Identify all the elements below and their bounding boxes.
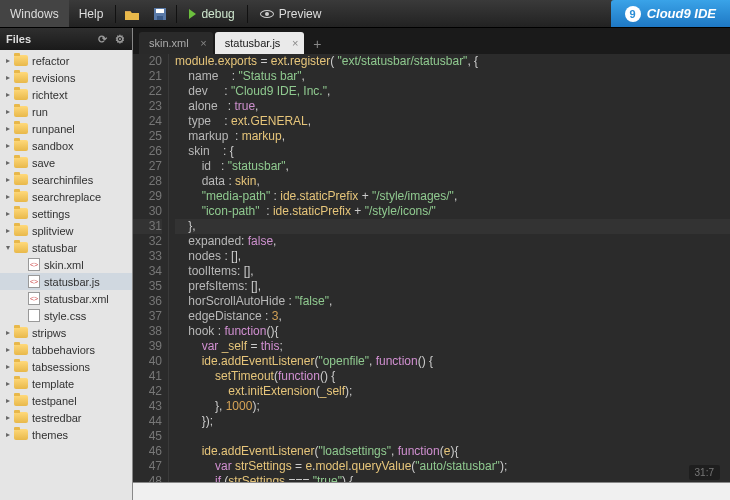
tree-arrow-icon <box>18 278 26 286</box>
tab-add-button[interactable]: + <box>306 34 328 54</box>
folder-icon <box>14 174 28 185</box>
tree-label: testpanel <box>32 395 77 407</box>
tree-arrow-icon: ▸ <box>4 414 12 422</box>
folder-tabsessions[interactable]: ▸tabsessions <box>0 358 132 375</box>
folder-icon <box>14 89 28 100</box>
folder-template[interactable]: ▸template <box>0 375 132 392</box>
folder-save[interactable]: ▸save <box>0 154 132 171</box>
tree-arrow-icon: ▸ <box>4 397 12 405</box>
tree-arrow-icon: ▸ <box>4 108 12 116</box>
gear-icon[interactable]: ⚙ <box>114 33 126 45</box>
tree-arrow-icon: ▸ <box>4 346 12 354</box>
tree-label: statusbar.xml <box>44 293 109 305</box>
editor-area: skin.xml×statusbar.js×+ 2021222324252627… <box>133 28 730 500</box>
tab-statusbar-js[interactable]: statusbar.js× <box>215 32 305 54</box>
file-statusbar.js[interactable]: <>statusbar.js <box>0 273 132 290</box>
refresh-icon[interactable]: ⟳ <box>96 33 108 45</box>
folder-tabbehaviors[interactable]: ▸tabbehaviors <box>0 341 132 358</box>
folder-refactor[interactable]: ▸refactor <box>0 52 132 69</box>
folder-searchreplace[interactable]: ▸searchreplace <box>0 188 132 205</box>
folder-icon <box>14 225 28 236</box>
folder-sandbox[interactable]: ▸sandbox <box>0 137 132 154</box>
open-file-icon[interactable] <box>120 4 144 24</box>
tree-label: searchinfiles <box>32 174 93 186</box>
tree-arrow-icon: ▾ <box>4 244 12 252</box>
tree-label: save <box>32 157 55 169</box>
folder-icon <box>14 208 28 219</box>
folder-icon <box>14 106 28 117</box>
file-icon: <> <box>28 292 40 305</box>
folder-testpanel[interactable]: ▸testpanel <box>0 392 132 409</box>
folder-richtext[interactable]: ▸richtext <box>0 86 132 103</box>
folder-splitview[interactable]: ▸splitview <box>0 222 132 239</box>
folder-icon <box>14 191 28 202</box>
folder-stripws[interactable]: ▸stripws <box>0 324 132 341</box>
tree-arrow-icon: ▸ <box>4 227 12 235</box>
cloud9-logo[interactable]: 9Cloud9 IDE <box>611 0 730 27</box>
folder-icon <box>14 157 28 168</box>
tab-bar: skin.xml×statusbar.js×+ <box>133 28 730 54</box>
tree-arrow-icon: ▸ <box>4 176 12 184</box>
tree-arrow-icon: ▸ <box>4 431 12 439</box>
tree-label: skin.xml <box>44 259 84 271</box>
tree-label: runpanel <box>32 123 75 135</box>
tree-label: template <box>32 378 74 390</box>
tree-arrow-icon: ▸ <box>4 193 12 201</box>
folder-icon <box>14 55 28 66</box>
tree-label: richtext <box>32 89 67 101</box>
folder-icon <box>14 123 28 134</box>
folder-icon <box>14 344 28 355</box>
folder-icon <box>14 395 28 406</box>
svg-rect-1 <box>156 9 164 13</box>
folder-themes[interactable]: ▸themes <box>0 426 132 443</box>
tree-arrow-icon: ▸ <box>4 74 12 82</box>
tab-skin-xml[interactable]: skin.xml× <box>139 32 213 54</box>
tree-arrow-icon <box>18 295 26 303</box>
folder-icon <box>14 242 28 253</box>
save-icon[interactable] <box>148 4 172 24</box>
sidebar-header: Files ⟳ ⚙ <box>0 28 132 50</box>
file-skin.xml[interactable]: <>skin.xml <box>0 256 132 273</box>
file-icon: <> <box>28 275 40 288</box>
folder-icon <box>14 429 28 440</box>
tree-label: splitview <box>32 225 74 237</box>
file-icon: <> <box>28 258 40 271</box>
tree-label: refactor <box>32 55 69 67</box>
tab-close-icon[interactable]: × <box>292 37 298 49</box>
folder-icon <box>14 378 28 389</box>
folder-run[interactable]: ▸run <box>0 103 132 120</box>
file-style.css[interactable]: style.css <box>0 307 132 324</box>
file-tree[interactable]: ▸refactor▸revisions▸richtext▸run▸runpane… <box>0 50 132 500</box>
tree-label: sandbox <box>32 140 74 152</box>
folder-icon <box>14 327 28 338</box>
code-content[interactable]: module.exports = ext.register( "ext/stat… <box>169 54 730 500</box>
tree-arrow-icon: ▸ <box>4 142 12 150</box>
tree-arrow-icon: ▸ <box>4 159 12 167</box>
run-debug-button[interactable]: debug <box>179 7 244 21</box>
menu-windows[interactable]: Windows <box>0 0 69 27</box>
folder-statusbar[interactable]: ▾statusbar <box>0 239 132 256</box>
tree-arrow-icon <box>18 312 26 320</box>
folder-icon <box>14 72 28 83</box>
folder-searchinfiles[interactable]: ▸searchinfiles <box>0 171 132 188</box>
tree-arrow-icon: ▸ <box>4 125 12 133</box>
tree-arrow-icon: ▸ <box>4 363 12 371</box>
bottom-bar <box>133 482 730 500</box>
svg-rect-2 <box>157 16 163 20</box>
code-editor[interactable]: 2021222324252627282930313233343536373839… <box>133 54 730 500</box>
folder-testredbar[interactable]: ▸testredbar <box>0 409 132 426</box>
tab-close-icon[interactable]: × <box>200 37 206 49</box>
folder-settings[interactable]: ▸settings <box>0 205 132 222</box>
tree-label: tabsessions <box>32 361 90 373</box>
folder-icon <box>14 412 28 423</box>
tree-arrow-icon: ▸ <box>4 210 12 218</box>
tree-label: settings <box>32 208 70 220</box>
tree-label: stripws <box>32 327 66 339</box>
tree-arrow-icon: ▸ <box>4 91 12 99</box>
folder-revisions[interactable]: ▸revisions <box>0 69 132 86</box>
top-menubar: Windows Help debug Preview 9Cloud9 IDE <box>0 0 730 28</box>
folder-runpanel[interactable]: ▸runpanel <box>0 120 132 137</box>
preview-button[interactable]: Preview <box>250 7 332 21</box>
file-statusbar.xml[interactable]: <>statusbar.xml <box>0 290 132 307</box>
menu-help[interactable]: Help <box>69 0 114 27</box>
